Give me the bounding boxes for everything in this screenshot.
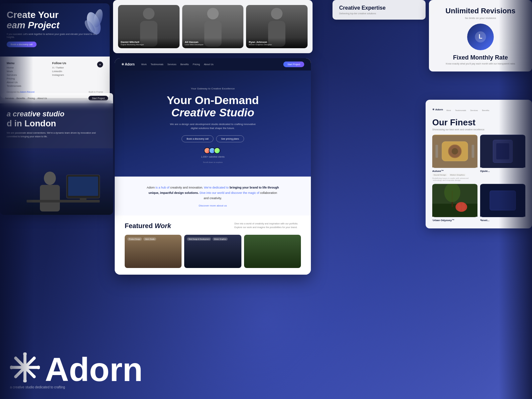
main-nav-links: Work Testimonials Services Benefits Pric… — [141, 63, 277, 66]
avatar-3 — [214, 147, 220, 154]
main-navbar: ✳ Adorn Work Testimonials Services Benef… — [115, 58, 311, 70]
adorn-logo-text: Adorn — [45, 350, 143, 389]
icon-blob: L — [467, 24, 494, 50]
member-3-role: Motion Graphics Designer — [249, 44, 305, 46]
creative-expertise-title: Creative Expertise — [339, 5, 419, 11]
left-nav-services[interactable]: Services — [5, 97, 14, 99]
main-hero-desc: We are a design and development studio d… — [166, 122, 259, 130]
hero-pricing-button[interactable]: See pricing plans — [216, 135, 244, 142]
card-top-right: Unlimited Revisions No limits on your re… — [429, 0, 532, 71]
adorn-logo-section: Adorn a creative studio dedicated to cra… — [10, 350, 143, 389]
menu-item-about[interactable]: About Us — [7, 81, 21, 84]
svg-point-34 — [461, 203, 465, 211]
about-text: Adorn is a hub of creativity and innovat… — [146, 185, 279, 201]
svg-rect-17 — [40, 185, 60, 211]
svg-point-16 — [44, 172, 56, 185]
nav-testimonials[interactable]: Testimonials — [151, 63, 164, 66]
opule-image — [480, 135, 525, 168]
menu-label: Menu — [7, 62, 21, 65]
product-urban-odyssey: Urban Odyssey™ — [432, 184, 477, 222]
svg-point-33 — [458, 203, 462, 211]
svg-rect-27 — [496, 143, 509, 160]
member-3-info: Ryan Johnson Motion Graphics Designer — [246, 38, 308, 48]
menu-item-work[interactable]: Work — [7, 70, 21, 73]
work-grid: Product Design Adorn Studio Web Design &… — [125, 235, 301, 268]
nav-pricing[interactable]: Pricing — [193, 63, 200, 66]
follow-linkedin[interactable]: LinkedIn — [52, 70, 66, 73]
member-2-info: Ali Hassan Lead Web Developer — [182, 38, 244, 48]
auluxe-desc: Redefining luxury in audio with advanced… — [432, 177, 477, 181]
featured-heading: Featured Work — [125, 222, 171, 230]
hero-section: Create Your eam Project If you succeed. … — [0, 3, 110, 57]
satisfied-count: 1,000+ satisfied clients — [125, 156, 301, 158]
work-tag-4: Motion Graphics — [212, 237, 228, 241]
circle-button[interactable]: + — [97, 62, 103, 67]
left-nav-benefits[interactable]: Benefits — [17, 97, 25, 99]
creative-expertise-desc: Delivering top-tier creative solutions — [339, 12, 419, 15]
discovery-button[interactable]: Book a discovery call — [7, 42, 37, 47]
nav-work[interactable]: Work — [141, 63, 147, 66]
featured-work: Featured Work Dive into a world of creat… — [115, 215, 311, 275]
follow-label: Follow Us — [52, 62, 66, 65]
footer-right: Built in Frame — [89, 91, 103, 93]
follow-instagram[interactable]: Instagram — [52, 73, 66, 76]
menu-list: Home Work Services Pricing About Us Test… — [7, 66, 21, 87]
team-member-2: Ali Hassan Lead Web Developer — [182, 5, 244, 48]
right-nav-benefits[interactable]: Benefits — [482, 109, 489, 111]
unlimited-revisions-title: Unlimited Revisions — [436, 7, 525, 15]
svg-rect-24 — [472, 145, 474, 158]
work-item-3 — [244, 235, 301, 268]
right-nav-work[interactable]: Work — [446, 109, 451, 111]
nav-benefits[interactable]: Benefits — [180, 63, 189, 66]
hero-discovery-button[interactable]: Book a discovery call — [182, 135, 213, 142]
card-main: ✳ Adorn Work Testimonials Services Benef… — [115, 58, 311, 275]
follow-twitter[interactable]: X / Twitter — [52, 66, 66, 69]
revel-image — [480, 184, 525, 217]
menu-item-pricing[interactable]: Pricing — [7, 77, 21, 80]
menu-item-testimonials[interactable]: Testimonials — [7, 84, 21, 87]
left-hero-normal: d in London — [7, 118, 106, 129]
nav-about[interactable]: About Us — [204, 63, 213, 66]
product-revel: Revel... — [480, 184, 525, 222]
adorn-snowflake-icon — [10, 352, 40, 387]
product-opule: Opule... — [480, 135, 525, 181]
auluxe-tags: Sound Design Motion Graphics — [432, 174, 477, 176]
menu-item-services[interactable]: Services — [7, 73, 21, 76]
card-right-main: ✳ Adorn Work Testimonials Services Benef… — [426, 100, 532, 228]
work-item-2: Web Design & Development Motion Graphics — [184, 235, 241, 268]
svg-rect-3 — [143, 8, 155, 20]
nav-services[interactable]: Services — [168, 63, 177, 66]
start-project-button[interactable]: Start Project — [283, 62, 304, 67]
left-side-image — [0, 148, 113, 215]
main-logo: ✳ Adorn — [121, 63, 135, 66]
work-item-1: Product Design Adorn Studio — [125, 235, 182, 268]
left-nav-pricing[interactable]: Pricing — [28, 97, 35, 99]
tag-sound-design: Sound Design — [432, 174, 448, 176]
card-left-side: a creative studio d in London We are pas… — [0, 100, 113, 215]
discover-link[interactable]: Discover more about us — [125, 204, 301, 207]
follow-list: X / Twitter LinkedIn Instagram — [52, 66, 66, 76]
fixed-monthly-rate-desc: Know exactly what you'll pay each month … — [436, 63, 525, 65]
adorn-record-link[interactable]: Adorn Record — [20, 91, 34, 93]
left-hero-desc: We are passionate about connections. We'… — [7, 131, 106, 138]
right-nav-testimonials[interactable]: Testimonials — [455, 109, 466, 111]
product-auluxe: Auluxe™ Sound Design Motion Graphics Red… — [432, 135, 477, 181]
hero-btn-row: Book a discovery call See pricing plans — [125, 135, 301, 142]
letter-icon: L — [472, 29, 489, 45]
logo-row: Adorn — [10, 350, 143, 389]
desk-person-icon — [0, 148, 113, 215]
auluxe-name: Auluxe™ — [432, 170, 477, 173]
opule-name: Opule... — [480, 170, 525, 173]
team-member-3: Ryan Johnson Motion Graphics Designer — [246, 5, 308, 48]
featured-desc: Dive into a world of creativity and insp… — [234, 222, 301, 229]
right-nav-services[interactable]: Services — [470, 109, 478, 111]
left-nav-about[interactable]: About Us — [38, 97, 47, 99]
menu-item-home[interactable]: Home — [7, 66, 21, 69]
team-member-1: Daniel Mitchell Digital Marketing Manage… — [118, 5, 180, 48]
card-expertise: Creative Expertise Delivering top-tier c… — [332, 0, 426, 20]
svg-rect-5 — [207, 8, 219, 20]
svg-rect-18 — [27, 200, 100, 202]
right-nav-links: Work Testimonials Services Benefits — [446, 106, 492, 112]
svg-point-46 — [33, 375, 36, 378]
revel-name: Revel... — [480, 219, 525, 222]
